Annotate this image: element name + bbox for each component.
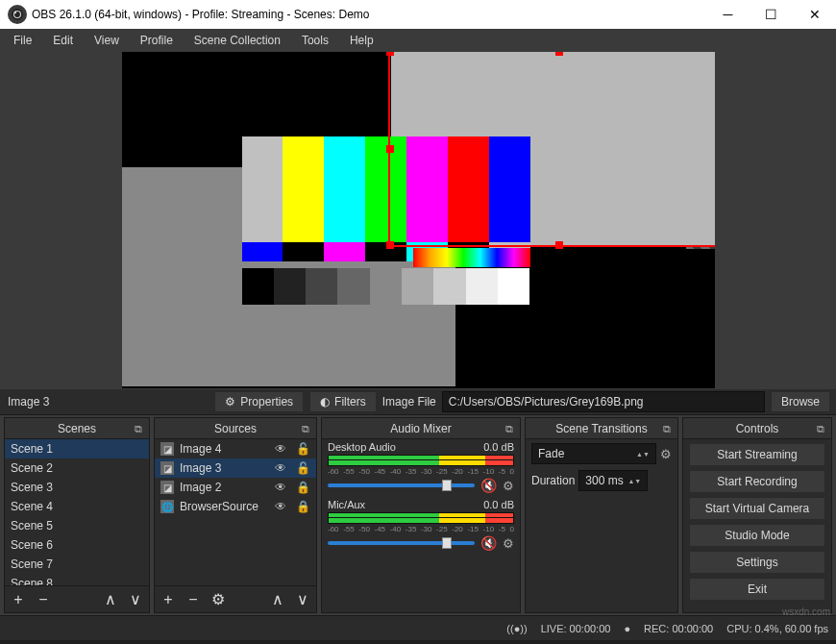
- volume-slider[interactable]: [328, 483, 475, 487]
- scenes-title: Scenes: [58, 422, 96, 435]
- handle-n[interactable]: [555, 52, 563, 56]
- selection-box[interactable]: [388, 52, 715, 247]
- slider-thumb[interactable]: [442, 480, 452, 491]
- svg-point-0: [12, 9, 23, 20]
- maximize-button[interactable]: ☐: [750, 0, 793, 29]
- start-streaming-button[interactable]: Start Streaming: [689, 443, 825, 466]
- close-button[interactable]: ✕: [793, 0, 836, 29]
- menu-profile[interactable]: Profile: [131, 32, 183, 49]
- duration-label: Duration: [531, 474, 575, 487]
- menu-help[interactable]: Help: [340, 32, 383, 49]
- popout-icon[interactable]: ⧉: [660, 422, 674, 435]
- handle-nw[interactable]: [386, 52, 394, 56]
- source-name: Image 3: [180, 461, 221, 475]
- obs-logo-icon: [8, 5, 27, 24]
- channel-settings-button[interactable]: ⚙: [503, 536, 514, 551]
- menu-file[interactable]: File: [4, 32, 41, 49]
- filters-label: Filters: [334, 395, 366, 409]
- start-recording-button[interactable]: Start Recording: [689, 470, 825, 493]
- transitions-header: Scene Transitions ⧉: [526, 418, 677, 439]
- scene-row[interactable]: Scene 7: [5, 555, 149, 574]
- source-row[interactable]: ◪Image 4👁🔓: [155, 439, 316, 458]
- sources-dock: Sources ⧉ ◪Image 4👁🔓◪Image 3👁🔓◪Image 2👁🔒…: [154, 417, 317, 613]
- globe-icon: 🌐: [160, 500, 174, 513]
- image-file-input[interactable]: C:/Users/OBS/Pictures/Grey169B.png: [442, 391, 765, 412]
- sources-toolbar: + − ⚙ ∧ ∨: [155, 585, 316, 612]
- remove-source-button[interactable]: −: [184, 590, 203, 609]
- handle-w[interactable]: [386, 145, 394, 153]
- menubar: File Edit View Profile Scene Collection …: [0, 29, 836, 52]
- menu-tools[interactable]: Tools: [292, 32, 338, 49]
- image-icon: ◪: [160, 481, 174, 494]
- lock-toggle[interactable]: 🔓: [296, 461, 310, 475]
- source-name: Image 4: [180, 442, 221, 456]
- updown-icon: ▲▼: [627, 478, 641, 484]
- mixer-channel: Mic/Aux0.0 dB-60-55-50-45-40-35-30-25-20…: [328, 499, 514, 551]
- channel-settings-button[interactable]: ⚙: [503, 479, 514, 493]
- move-up-icon[interactable]: ∧: [268, 590, 287, 609]
- mute-button[interactable]: 🔇: [480, 535, 497, 551]
- watermark: wsxdn.com: [782, 607, 830, 617]
- scene-row[interactable]: Scene 1: [5, 439, 149, 458]
- move-down-icon[interactable]: ∨: [126, 590, 145, 609]
- volume-slider[interactable]: [328, 541, 475, 545]
- preview-area[interactable]: [0, 52, 836, 388]
- menu-edit[interactable]: Edit: [43, 32, 83, 49]
- sources-list[interactable]: ◪Image 4👁🔓◪Image 3👁🔓◪Image 2👁🔒🌐BrowserSo…: [155, 439, 316, 585]
- scenes-toolbar: + − ∧ ∨: [5, 585, 149, 612]
- vu-meter: [328, 518, 514, 524]
- mixer-title: Audio Mixer: [390, 422, 451, 435]
- popout-icon[interactable]: ⧉: [503, 422, 516, 435]
- scenes-list[interactable]: Scene 1Scene 2Scene 3Scene 4Scene 5Scene…: [5, 439, 149, 585]
- popout-icon[interactable]: ⧉: [814, 422, 827, 435]
- greyscale-bar: [242, 268, 530, 305]
- slider-thumb[interactable]: [442, 537, 452, 549]
- menu-view[interactable]: View: [85, 32, 129, 49]
- lock-toggle[interactable]: 🔒: [296, 500, 310, 513]
- move-down-icon[interactable]: ∨: [293, 590, 312, 609]
- preview-canvas[interactable]: [122, 52, 715, 388]
- add-source-button[interactable]: +: [159, 590, 178, 609]
- duration-input[interactable]: 300 ms ▲▼: [578, 470, 648, 491]
- source-row[interactable]: ◪Image 3👁🔓: [155, 458, 316, 478]
- image-file-label: Image File: [382, 395, 436, 409]
- visibility-toggle[interactable]: 👁: [275, 442, 286, 456]
- exit-button[interactable]: Exit: [689, 578, 825, 601]
- image-icon: ◪: [160, 461, 174, 475]
- popout-icon[interactable]: ⧉: [132, 422, 145, 435]
- add-scene-button[interactable]: +: [9, 590, 28, 609]
- scene-row[interactable]: Scene 2: [5, 458, 149, 478]
- scene-row[interactable]: Scene 3: [5, 478, 149, 497]
- source-row[interactable]: 🌐BrowserSource👁🔒: [155, 497, 316, 516]
- studio-mode-button[interactable]: Studio Mode: [689, 524, 825, 547]
- scene-row[interactable]: Scene 4: [5, 497, 149, 516]
- source-row[interactable]: ◪Image 2👁🔒: [155, 478, 316, 497]
- handle-sw[interactable]: [386, 241, 394, 249]
- visibility-toggle[interactable]: 👁: [275, 500, 286, 513]
- scenes-header: Scenes ⧉: [5, 418, 149, 439]
- source-properties-button[interactable]: ⚙: [209, 590, 228, 609]
- scene-row[interactable]: Scene 5: [5, 516, 149, 535]
- properties-button[interactable]: ⚙ Properties: [214, 391, 304, 412]
- handle-s[interactable]: [555, 241, 563, 249]
- remove-scene-button[interactable]: −: [34, 590, 53, 609]
- minimize-button[interactable]: ─: [706, 0, 750, 29]
- menu-scene-collection[interactable]: Scene Collection: [184, 32, 290, 49]
- transition-settings-button[interactable]: ⚙: [660, 447, 672, 461]
- browse-button[interactable]: Browse: [771, 391, 830, 412]
- filters-button[interactable]: ◐ Filters: [309, 391, 377, 412]
- visibility-toggle[interactable]: 👁: [275, 461, 286, 475]
- move-up-icon[interactable]: ∧: [101, 590, 120, 609]
- transition-select[interactable]: Fade ▲▼: [531, 443, 656, 464]
- lock-toggle[interactable]: 🔒: [296, 481, 310, 494]
- mute-button[interactable]: 🔇: [480, 478, 497, 493]
- visibility-toggle[interactable]: 👁: [275, 481, 286, 494]
- settings-button[interactable]: Settings: [689, 551, 825, 574]
- lock-toggle[interactable]: 🔓: [296, 442, 310, 456]
- mixer-body: Desktop Audio0.0 dB-60-55-50-45-40-35-30…: [322, 439, 520, 612]
- context-toolbar: Image 3 ⚙ Properties ◐ Filters Image Fil…: [0, 388, 836, 415]
- scene-row[interactable]: Scene 6: [5, 535, 149, 555]
- start-virtual-camera-button[interactable]: Start Virtual Camera: [689, 497, 825, 520]
- popout-icon[interactable]: ⧉: [299, 422, 312, 435]
- scene-row[interactable]: Scene 8: [5, 574, 149, 585]
